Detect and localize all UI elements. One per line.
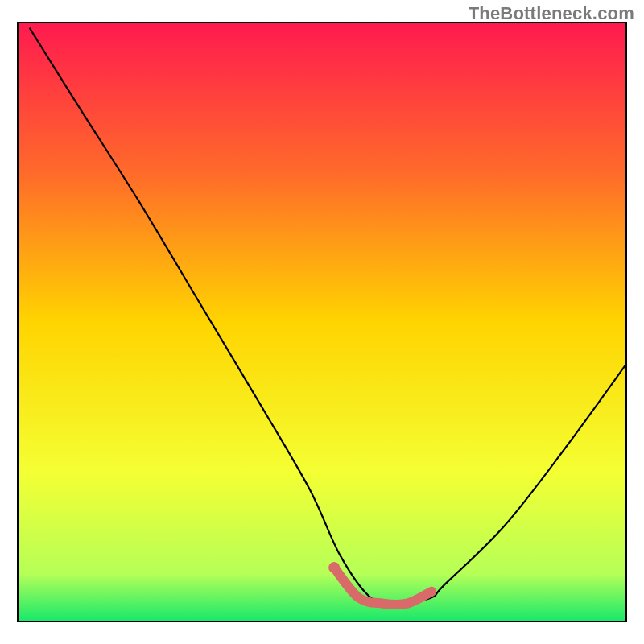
watermark-text: TheBottleneck.com xyxy=(469,3,634,24)
chart-frame: TheBottleneck.com xyxy=(0,0,644,644)
plot-area xyxy=(18,23,626,621)
bottleneck-chart xyxy=(0,0,644,644)
optimal-range-start-dot xyxy=(328,562,340,573)
plot-background xyxy=(18,23,626,621)
